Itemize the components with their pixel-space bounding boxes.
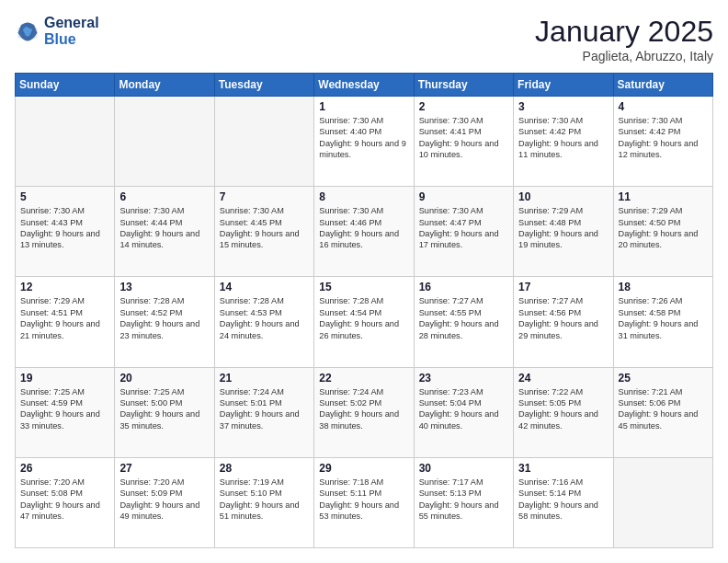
cell-4-1: 19Sunrise: 7:25 AM Sunset: 4:59 PM Dayli… xyxy=(16,367,115,457)
cell-content: Sunrise: 7:28 AM Sunset: 4:53 PM Dayligh… xyxy=(220,295,309,341)
day-number: 9 xyxy=(419,190,508,203)
day-number: 17 xyxy=(518,281,608,293)
cell-content: Sunrise: 7:17 AM Sunset: 5:13 PM Dayligh… xyxy=(419,477,508,523)
col-sunday: Sunday xyxy=(16,74,115,97)
cell-content: Sunrise: 7:28 AM Sunset: 4:52 PM Dayligh… xyxy=(119,295,209,341)
cell-content: Sunrise: 7:22 AM Sunset: 5:05 PM Dayligh… xyxy=(518,386,608,432)
cell-4-3: 21Sunrise: 7:24 AM Sunset: 5:01 PM Dayli… xyxy=(214,367,313,457)
cell-content: Sunrise: 7:29 AM Sunset: 4:50 PM Dayligh… xyxy=(619,205,708,251)
cell-content: Sunrise: 7:25 AM Sunset: 5:00 PM Dayligh… xyxy=(119,386,209,432)
day-number: 5 xyxy=(20,190,109,203)
col-tuesday: Tuesday xyxy=(214,74,313,97)
day-number: 28 xyxy=(220,462,309,475)
day-number: 10 xyxy=(518,190,608,203)
cell-4-5: 23Sunrise: 7:23 AM Sunset: 5:04 PM Dayli… xyxy=(414,367,513,457)
cell-2-3: 7Sunrise: 7:30 AM Sunset: 4:45 PM Daylig… xyxy=(214,187,313,277)
day-number: 29 xyxy=(319,462,408,475)
col-monday: Monday xyxy=(115,74,214,97)
title-block: January 2025 Paglieta, Abruzzo, Italy xyxy=(535,15,713,63)
week-row-5: 26Sunrise: 7:20 AM Sunset: 5:08 PM Dayli… xyxy=(16,457,713,547)
logo-line1: General xyxy=(44,15,99,31)
cell-5-1: 26Sunrise: 7:20 AM Sunset: 5:08 PM Dayli… xyxy=(16,457,115,547)
cell-3-6: 17Sunrise: 7:27 AM Sunset: 4:56 PM Dayli… xyxy=(514,277,613,367)
day-number: 13 xyxy=(119,281,209,293)
cell-content: Sunrise: 7:30 AM Sunset: 4:42 PM Dayligh… xyxy=(518,115,608,161)
week-row-4: 19Sunrise: 7:25 AM Sunset: 4:59 PM Dayli… xyxy=(16,367,713,457)
day-number: 1 xyxy=(319,100,408,113)
col-friday: Friday xyxy=(514,74,613,97)
day-number: 2 xyxy=(419,100,508,113)
cell-1-4: 1Sunrise: 7:30 AM Sunset: 4:40 PM Daylig… xyxy=(314,97,414,187)
day-number: 22 xyxy=(319,372,408,385)
cell-1-7: 4Sunrise: 7:30 AM Sunset: 4:42 PM Daylig… xyxy=(613,97,712,187)
page: General Blue January 2025 Paglieta, Abru… xyxy=(0,0,728,563)
week-row-1: 1Sunrise: 7:30 AM Sunset: 4:40 PM Daylig… xyxy=(16,97,713,187)
location: Paglieta, Abruzzo, Italy xyxy=(535,49,713,63)
logo-line2: Blue xyxy=(44,31,99,48)
cell-content: Sunrise: 7:30 AM Sunset: 4:45 PM Dayligh… xyxy=(220,205,309,251)
day-number: 7 xyxy=(220,190,309,203)
day-number: 11 xyxy=(619,190,708,203)
day-number: 19 xyxy=(20,372,109,385)
day-number: 18 xyxy=(619,281,708,293)
logo: General Blue xyxy=(15,15,99,47)
day-number: 16 xyxy=(419,281,508,293)
cell-4-6: 24Sunrise: 7:22 AM Sunset: 5:05 PM Dayli… xyxy=(514,367,613,457)
cell-5-2: 27Sunrise: 7:20 AM Sunset: 5:09 PM Dayli… xyxy=(115,457,214,547)
cell-content: Sunrise: 7:23 AM Sunset: 5:04 PM Dayligh… xyxy=(419,386,508,432)
cell-3-3: 14Sunrise: 7:28 AM Sunset: 4:53 PM Dayli… xyxy=(214,277,313,367)
day-number: 15 xyxy=(319,281,408,293)
cell-content: Sunrise: 7:24 AM Sunset: 5:02 PM Dayligh… xyxy=(319,386,408,432)
cell-2-6: 10Sunrise: 7:29 AM Sunset: 4:48 PM Dayli… xyxy=(514,187,613,277)
day-number: 26 xyxy=(20,462,109,475)
cell-5-4: 29Sunrise: 7:18 AM Sunset: 5:11 PM Dayli… xyxy=(314,457,414,547)
cell-content: Sunrise: 7:18 AM Sunset: 5:11 PM Dayligh… xyxy=(319,477,408,523)
col-wednesday: Wednesday xyxy=(314,74,414,97)
cell-content: Sunrise: 7:20 AM Sunset: 5:09 PM Dayligh… xyxy=(119,477,209,523)
cell-content: Sunrise: 7:29 AM Sunset: 4:48 PM Dayligh… xyxy=(518,205,608,251)
cell-1-6: 3Sunrise: 7:30 AM Sunset: 4:42 PM Daylig… xyxy=(514,97,613,187)
cell-1-5: 2Sunrise: 7:30 AM Sunset: 4:41 PM Daylig… xyxy=(414,97,513,187)
cell-content: Sunrise: 7:25 AM Sunset: 4:59 PM Dayligh… xyxy=(20,386,109,432)
cell-content: Sunrise: 7:30 AM Sunset: 4:44 PM Dayligh… xyxy=(119,205,209,251)
day-number: 25 xyxy=(619,372,708,385)
cell-5-5: 30Sunrise: 7:17 AM Sunset: 5:13 PM Dayli… xyxy=(414,457,513,547)
day-number: 31 xyxy=(518,462,608,475)
cell-content: Sunrise: 7:21 AM Sunset: 5:06 PM Dayligh… xyxy=(619,386,708,432)
day-number: 23 xyxy=(419,372,508,385)
cell-content: Sunrise: 7:30 AM Sunset: 4:47 PM Dayligh… xyxy=(419,205,508,251)
month-title: January 2025 xyxy=(535,15,713,49)
cell-content: Sunrise: 7:30 AM Sunset: 4:40 PM Dayligh… xyxy=(319,115,408,161)
cell-content: Sunrise: 7:19 AM Sunset: 5:10 PM Dayligh… xyxy=(220,477,309,523)
cell-4-2: 20Sunrise: 7:25 AM Sunset: 5:00 PM Dayli… xyxy=(115,367,214,457)
week-row-2: 5Sunrise: 7:30 AM Sunset: 4:43 PM Daylig… xyxy=(16,187,713,277)
day-number: 27 xyxy=(119,462,209,475)
col-thursday: Thursday xyxy=(414,74,513,97)
day-number: 6 xyxy=(119,190,209,203)
calendar-header-row: Sunday Monday Tuesday Wednesday Thursday… xyxy=(16,74,713,97)
cell-content: Sunrise: 7:26 AM Sunset: 4:58 PM Dayligh… xyxy=(619,295,708,341)
cell-5-6: 31Sunrise: 7:16 AM Sunset: 5:14 PM Dayli… xyxy=(514,457,613,547)
cell-2-5: 9Sunrise: 7:30 AM Sunset: 4:47 PM Daylig… xyxy=(414,187,513,277)
cell-5-7 xyxy=(613,457,712,547)
cell-5-3: 28Sunrise: 7:19 AM Sunset: 5:10 PM Dayli… xyxy=(214,457,313,547)
col-saturday: Saturday xyxy=(613,74,712,97)
day-number: 20 xyxy=(119,372,209,385)
cell-content: Sunrise: 7:29 AM Sunset: 4:51 PM Dayligh… xyxy=(20,295,109,341)
day-number: 4 xyxy=(619,100,708,113)
cell-3-2: 13Sunrise: 7:28 AM Sunset: 4:52 PM Dayli… xyxy=(115,277,214,367)
cell-content: Sunrise: 7:24 AM Sunset: 5:01 PM Dayligh… xyxy=(220,386,309,432)
day-number: 30 xyxy=(419,462,508,475)
cell-content: Sunrise: 7:16 AM Sunset: 5:14 PM Dayligh… xyxy=(518,477,608,523)
cell-content: Sunrise: 7:30 AM Sunset: 4:42 PM Dayligh… xyxy=(619,115,708,161)
calendar-table: Sunday Monday Tuesday Wednesday Thursday… xyxy=(15,73,713,548)
cell-content: Sunrise: 7:28 AM Sunset: 4:54 PM Dayligh… xyxy=(319,295,408,341)
header: General Blue January 2025 Paglieta, Abru… xyxy=(15,15,713,63)
cell-2-1: 5Sunrise: 7:30 AM Sunset: 4:43 PM Daylig… xyxy=(16,187,115,277)
cell-3-1: 12Sunrise: 7:29 AM Sunset: 4:51 PM Dayli… xyxy=(16,277,115,367)
day-number: 8 xyxy=(319,190,408,203)
cell-content: Sunrise: 7:20 AM Sunset: 5:08 PM Dayligh… xyxy=(20,477,109,523)
logo-icon xyxy=(15,18,40,44)
day-number: 12 xyxy=(20,281,109,293)
cell-4-7: 25Sunrise: 7:21 AM Sunset: 5:06 PM Dayli… xyxy=(613,367,712,457)
